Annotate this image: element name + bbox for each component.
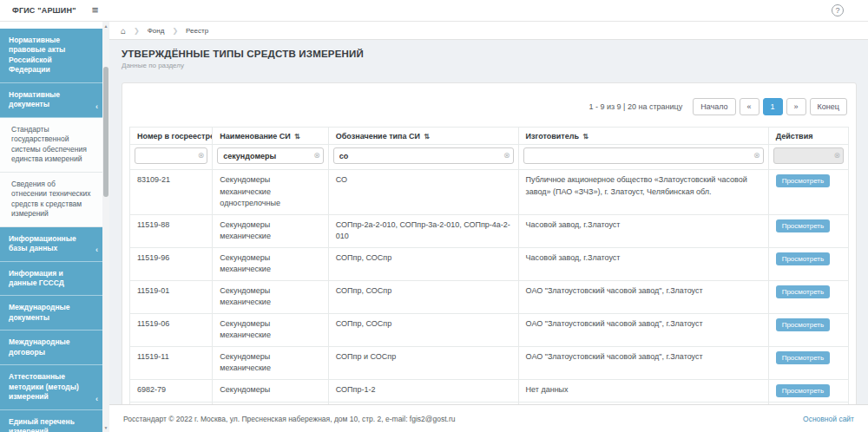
column-header-label: Обозначение типа СИ [336, 132, 420, 141]
sidebar-item[interactable]: Сведения об отнесении технических средст… [0, 173, 102, 227]
filter-cell: ⊗ [768, 145, 848, 170]
table-row: 11519-88Секундомеры механическиеСОПпр-2а… [130, 214, 849, 247]
sort-icon[interactable]: ⇅ [422, 133, 430, 141]
view-button[interactable]: Просмотреть [776, 351, 831, 364]
sidebar-item-label: Стандарты государственной системы обеспе… [11, 125, 87, 163]
view-button[interactable]: Просмотреть [776, 384, 831, 397]
cell-manufacturer: ОАО "Златоустовский часовой завод", г.Зл… [518, 313, 768, 346]
chevron-left-icon: ‹ [95, 245, 98, 255]
footer-copyright: Росстандарт © 2022 г. Москва, ул. Пресне… [123, 415, 455, 423]
pagination-info: 1 - 9 из 9 | 20 на страницу [589, 102, 682, 111]
help-icon[interactable]: ? [832, 4, 844, 16]
page-header: УТВЕРЖДЁННЫЕ ТИПЫ СРЕДСТВ ИЗМЕРЕНИЙ Данн… [122, 49, 868, 69]
cell-name: Секундомеры [213, 379, 328, 402]
si-table: Номер в госреестре ⇅Наименование СИ ⇅Обо… [129, 127, 849, 432]
pagination-button[interactable]: Начало [693, 98, 735, 115]
table-body: 83109-21Секундомеры механические одностр… [130, 170, 849, 432]
clear-filter-icon[interactable]: ⊗ [313, 151, 320, 160]
cell-number: 11519-96 [130, 247, 213, 280]
data-card: 1 - 9 из 9 | 20 на страницу Начало«1»Кон… [122, 82, 857, 432]
cell-number: 11519-11 [130, 346, 213, 379]
top-bar: ФГИС "АРШИН" ≡ ? [0, 0, 868, 22]
cell-designation: СОПпр, СОСпр [328, 313, 518, 346]
sidebar-item-label: Информация и данные ГСССД [9, 269, 64, 287]
sidebar-item[interactable]: Нормативные документы‹ [0, 83, 102, 118]
filter-input-wrap: ⊗ [217, 147, 323, 164]
sidebar-scrollbar[interactable]: ▲ ▼ [102, 22, 109, 432]
pagination-button[interactable]: « [740, 98, 760, 115]
pagination-button[interactable]: » [786, 98, 806, 115]
scroll-up-icon[interactable]: ▲ [102, 23, 109, 29]
clear-filter-icon[interactable]: ⊗ [198, 151, 205, 160]
pagination-buttons: Начало«1»Конец [693, 98, 847, 115]
filter-input-wrap: ⊗ [135, 147, 207, 164]
clear-filter-icon[interactable]: ⊗ [833, 151, 840, 160]
chevron-left-icon: ‹ [95, 394, 98, 404]
column-header[interactable]: Изготовитель ⇅ [518, 128, 768, 145]
view-button[interactable]: Просмотреть [776, 252, 831, 265]
sort-icon[interactable]: ⇅ [293, 133, 300, 141]
sidebar-item-label: Сведения об отнесении технических средст… [11, 180, 91, 218]
sidebar-item[interactable]: Единый перечень измерений, относящихся к… [0, 410, 102, 432]
sidebar-item[interactable]: Стандарты государственной системы обеспе… [0, 118, 102, 173]
column-header-label: Изготовитель [526, 132, 579, 141]
hamburger-menu-icon[interactable]: ≡ [88, 3, 102, 18]
breadcrumb-item[interactable]: Фонд [140, 22, 173, 39]
sidebar-item-label: Аттестованные методики (методы) измерени… [9, 372, 79, 401]
filter-input[interactable] [217, 147, 323, 164]
sidebar-item-label: Информационные базы данных [9, 234, 76, 252]
sidebar-item[interactable]: Нормативные правовые акты Российской Фед… [0, 29, 102, 83]
chevron-left-icon: ‹ [95, 101, 98, 112]
sort-icon[interactable]: ⇅ [581, 133, 589, 141]
column-header-label: Номер в госреестре [137, 132, 213, 141]
cell-name: Секундомеры механические [213, 280, 328, 313]
sidebar-item[interactable]: Аттестованные методики (методы) измерени… [0, 365, 102, 409]
cell-number: 6982-79 [130, 379, 213, 402]
view-button[interactable]: Просмотреть [776, 318, 831, 331]
clear-filter-icon[interactable]: ⊗ [753, 151, 760, 160]
cell-manufacturer: Публичное акционерное общество «Златоуст… [518, 170, 768, 215]
scroll-down-icon[interactable]: ▼ [102, 425, 109, 430]
table-row: 11519-06Секундомеры механическиеСОПпр, С… [130, 313, 849, 346]
column-header[interactable]: Действия [768, 128, 848, 145]
filter-cell: ⊗ [328, 145, 518, 170]
sidebar-item[interactable]: Информационные базы данных‹ [0, 227, 102, 262]
filter-cell: ⊗ [518, 145, 768, 170]
cell-manufacturer: Часовой завод, г.Златоуст [518, 214, 768, 247]
cell-number: 11519-01 [130, 280, 213, 313]
table-head: Номер в госреестре ⇅Наименование СИ ⇅Обо… [130, 128, 849, 170]
breadcrumb-separator-icon: ❯ [172, 22, 178, 39]
main-content: ⌂❯Фонд❯Реестр УТВЕРЖДЁННЫЕ ТИПЫ СРЕДСТВ … [109, 22, 868, 432]
table-row: 11519-11Секундомеры механическиеСОПпр и … [130, 346, 849, 379]
filter-input[interactable] [333, 147, 514, 164]
pagination-button[interactable]: 1 [763, 98, 783, 115]
clear-filter-icon[interactable]: ⊗ [503, 151, 510, 160]
view-button[interactable]: Просмотреть [776, 285, 831, 298]
main-site-link[interactable]: Основной сайт [803, 415, 854, 423]
cell-number: 83109-21 [130, 170, 213, 215]
filter-input-wrap: ⊗ [523, 147, 764, 164]
column-header[interactable]: Номер в госреестре ⇅ [130, 128, 213, 145]
table-row: 11519-96Секундомеры механическиеСОПпр, С… [130, 247, 849, 280]
sidebar-item[interactable]: Информация и данные ГСССД [0, 262, 102, 297]
cell-name: Секундомеры механические [213, 313, 328, 346]
page-title: УТВЕРЖДЁННЫЕ ТИПЫ СРЕДСТВ ИЗМЕРЕНИЙ [122, 49, 868, 59]
filter-input[interactable] [135, 147, 207, 164]
view-button[interactable]: Просмотреть [776, 174, 831, 187]
sidebar-item[interactable]: Международные договоры [0, 331, 102, 365]
breadcrumb-item[interactable]: Реестр [178, 22, 216, 39]
header-row: Номер в госреестре ⇅Наименование СИ ⇅Обо… [130, 128, 849, 145]
cell-name: Секундомеры механические [213, 346, 328, 379]
scrollbar-thumb[interactable] [103, 67, 108, 197]
filter-input-wrap: ⊗ [333, 147, 514, 164]
filter-input[interactable] [523, 147, 764, 164]
column-header[interactable]: Наименование СИ ⇅ [213, 128, 328, 145]
sidebar-item-label: Нормативные документы [9, 90, 60, 108]
pagination-button[interactable]: Конец [810, 98, 847, 115]
breadcrumb-home[interactable]: ⌂ [113, 22, 134, 39]
app-title: ФГИС "АРШИН" [12, 6, 76, 15]
column-header[interactable]: Обозначение типа СИ ⇅ [328, 128, 518, 145]
sidebar-item[interactable]: Международные документы [0, 296, 102, 331]
cell-designation: СОПпр, СОСпр [328, 247, 518, 280]
view-button[interactable]: Просмотреть [776, 219, 831, 232]
